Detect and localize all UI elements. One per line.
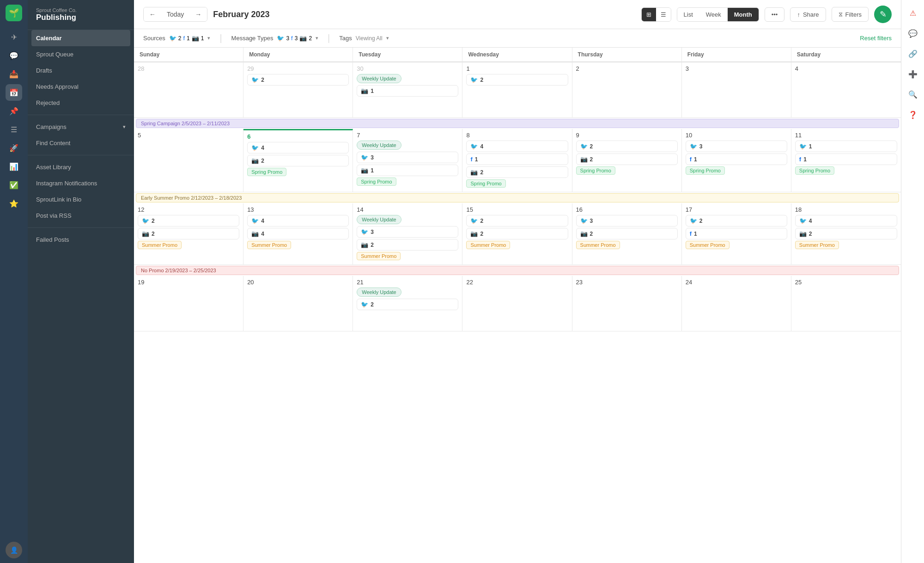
nav-messages-icon[interactable]: 💬 — [6, 47, 22, 64]
next-button[interactable]: → — [189, 7, 207, 21]
day-cell-14[interactable]: 14 Weekly Update 🐦3 📷2 Summer Promo — [353, 203, 462, 265]
post-item[interactable]: 🐦2 — [686, 215, 787, 226]
post-item[interactable]: 🐦3 — [357, 226, 458, 238]
weekly-update-badge[interactable]: Weekly Update — [357, 288, 401, 297]
day-cell-17[interactable]: 17 🐦2 f1 Summer Promo — [682, 203, 791, 265]
nav-grid-icon[interactable]: ☰ — [6, 121, 22, 138]
day-cell-10[interactable]: 10 🐦3 f1 Spring Promo — [682, 129, 791, 192]
nav-pinned-icon[interactable]: 📌 — [6, 103, 22, 119]
post-item[interactable]: 📷2 — [576, 228, 678, 239]
post-item[interactable]: 📷2 — [466, 166, 568, 178]
post-item[interactable]: 📷4 — [247, 228, 349, 239]
sidebar-item-failed-posts[interactable]: Failed Posts — [28, 232, 134, 248]
summer-promo-tag[interactable]: Summer Promo — [357, 252, 401, 260]
nav-calendar-icon[interactable]: 📅 — [6, 84, 22, 101]
day-cell-1[interactable]: 1 🐦 2 — [462, 62, 572, 118]
post-item[interactable]: 🐦 2 — [466, 74, 568, 86]
day-cell-2[interactable]: 2 — [572, 62, 682, 118]
day-cell-7[interactable]: 7 Weekly Update 🐦3 📷1 Spring Promo — [353, 129, 462, 192]
day-cell-3[interactable]: 3 — [682, 62, 791, 118]
spring-promo-tag[interactable]: Spring Promo — [795, 166, 834, 175]
nav-analytics-icon[interactable]: 📊 — [6, 158, 22, 175]
post-item[interactable]: 🐦2 — [357, 299, 458, 310]
day-cell-9[interactable]: 9 🐦2 📷2 Spring Promo — [572, 129, 682, 192]
day-cell-21[interactable]: 21 Weekly Update 🐦2 — [353, 276, 462, 331]
day-cell-22[interactable]: 22 — [462, 276, 572, 331]
post-item[interactable]: 🐦1 — [795, 141, 897, 152]
post-item[interactable]: 📷2 — [138, 228, 239, 239]
post-item[interactable]: 🐦4 — [247, 215, 349, 226]
post-item[interactable]: 🐦2 — [466, 215, 568, 226]
post-item[interactable]: f1 — [466, 153, 568, 165]
messages-icon[interactable]: 💬 — [905, 25, 921, 42]
day-cell-4[interactable]: 4 — [791, 62, 901, 118]
post-item[interactable]: 🐦4 — [247, 142, 349, 153]
week-view-button[interactable]: Week — [699, 8, 728, 21]
day-cell-8[interactable]: 8 🐦4 f1 📷2 Spring Promo — [462, 129, 572, 192]
spring-campaign-bar[interactable]: Spring Campaign 2/5/2023 – 2/11/2023 — [136, 119, 899, 128]
spring-promo-tag[interactable]: Spring Promo — [686, 166, 725, 175]
user-avatar[interactable]: 👤 — [6, 542, 22, 558]
nav-star-icon[interactable]: ⭐ — [6, 195, 22, 212]
post-item[interactable]: 🐦2 — [138, 215, 239, 226]
post-item[interactable]: 🐦4 — [466, 141, 568, 152]
day-cell-20[interactable]: 20 — [243, 276, 353, 331]
post-item[interactable]: 🐦4 — [795, 215, 897, 226]
sidebar-item-needs-approval[interactable]: Needs Approval — [28, 79, 134, 95]
post-item[interactable]: 🐦3 — [686, 141, 787, 152]
toggle-list-button[interactable]: ☰ — [656, 8, 671, 21]
day-cell-18[interactable]: 18 🐦4 📷2 Summer Promo — [791, 203, 901, 265]
sidebar-item-rejected[interactable]: Rejected — [28, 95, 134, 111]
sidebar-item-campaigns[interactable]: Campaigns ▾ — [28, 119, 134, 135]
nav-rocket-icon[interactable]: 🚀 — [6, 140, 22, 156]
post-item[interactable]: 🐦 2 — [247, 74, 349, 86]
weekly-update-badge[interactable]: Weekly Update — [357, 141, 401, 150]
sidebar-item-find-content[interactable]: Find Content — [28, 135, 134, 151]
summer-promo-tag[interactable]: Summer Promo — [247, 241, 291, 249]
today-button[interactable]: Today — [161, 7, 189, 21]
filters-button[interactable]: ⧖ Filters — [832, 7, 869, 22]
summer-promo-tag[interactable]: Summer Promo — [795, 241, 839, 249]
post-item[interactable]: 📷2 — [357, 239, 458, 251]
message-types-filter[interactable]: Message Types 🐦 3 f 3 📷 2 ▾ — [231, 35, 319, 42]
nav-tasks-icon[interactable]: ✅ — [6, 177, 22, 193]
day-cell-23[interactable]: 23 — [572, 276, 682, 331]
day-cell-5[interactable]: 5 — [134, 129, 243, 192]
sources-filter[interactable]: Sources 🐦 2 f 1 📷 1 ▾ — [143, 35, 210, 42]
spring-promo-tag[interactable]: Spring Promo — [466, 179, 505, 188]
post-item[interactable]: 📷2 — [247, 155, 349, 166]
share-button[interactable]: ↑ Share — [790, 7, 826, 22]
post-item[interactable]: f1 — [795, 153, 897, 165]
post-item[interactable]: f1 — [686, 153, 787, 165]
summer-promo-tag[interactable]: Summer Promo — [466, 241, 510, 249]
weekly-update-badge[interactable]: Weekly Update — [357, 74, 401, 83]
no-promo-bar[interactable]: No Promo 2/19/2023 – 2/25/2023 — [136, 266, 899, 275]
summer-promo-tag[interactable]: Summer Promo — [576, 241, 620, 249]
day-cell-25[interactable]: 25 — [791, 276, 901, 331]
spring-promo-tag[interactable]: Spring Promo — [357, 177, 396, 186]
post-item[interactable]: 📷2 — [466, 228, 568, 239]
link-icon[interactable]: 🔗 — [905, 45, 921, 62]
day-cell-11[interactable]: 11 🐦1 f1 Spring Promo — [791, 129, 901, 192]
post-item[interactable]: 🐦3 — [576, 215, 678, 226]
tags-filter[interactable]: Tags Viewing All ▾ — [339, 35, 389, 42]
summer-promo-tag[interactable]: Summer Promo — [686, 241, 729, 249]
add-icon[interactable]: ➕ — [905, 66, 921, 82]
list-view-button[interactable]: List — [677, 8, 699, 21]
sidebar-item-calendar[interactable]: Calendar — [31, 30, 130, 46]
post-item[interactable]: 📷2 — [795, 228, 897, 239]
weekly-update-badge[interactable]: Weekly Update — [357, 215, 401, 224]
day-cell-12[interactable]: 12 🐦2 📷2 Summer Promo — [134, 203, 243, 265]
post-item[interactable]: 🐦3 — [357, 152, 458, 163]
more-button[interactable]: ••• — [765, 7, 785, 22]
search-icon[interactable]: 🔍 — [905, 86, 921, 103]
day-cell-28[interactable]: 28 — [134, 62, 243, 118]
day-cell-30[interactable]: 30 Weekly Update 📷 1 — [353, 62, 462, 118]
post-item[interactable]: 📷2 — [576, 153, 678, 165]
alert-icon[interactable]: ⚠ — [905, 5, 921, 21]
sidebar-item-drafts[interactable]: Drafts — [28, 62, 134, 79]
compose-button[interactable]: ✎ — [874, 6, 892, 23]
day-cell-6[interactable]: 6 🐦4 📷2 Spring Promo — [243, 129, 353, 192]
spring-promo-tag[interactable]: Spring Promo — [247, 168, 286, 176]
sidebar-item-sproutlink[interactable]: SproutLink in Bio — [28, 191, 134, 208]
